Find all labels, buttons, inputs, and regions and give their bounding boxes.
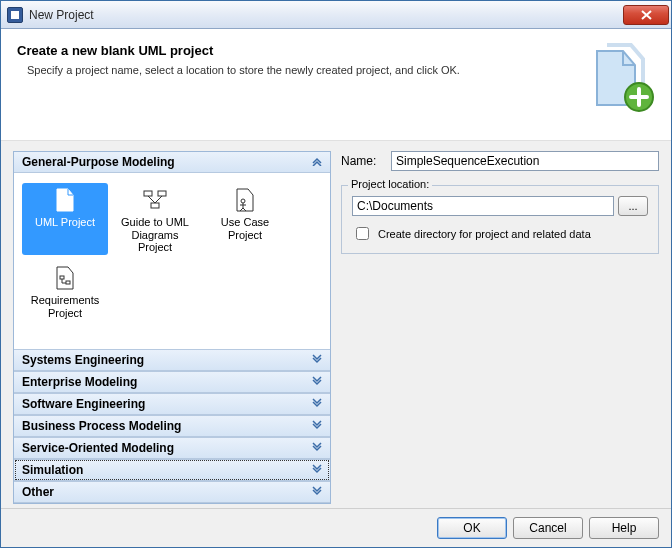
window-title: New Project xyxy=(29,8,623,22)
category-label: Business Process Modeling xyxy=(22,419,181,433)
header-graphic xyxy=(579,37,659,117)
chevron-down-icon xyxy=(312,464,322,476)
usecase-icon xyxy=(229,187,261,213)
tile-label: Guide to UML Diagrams Project xyxy=(114,216,196,254)
category-business-process[interactable]: Business Process Modeling xyxy=(14,415,330,437)
location-input[interactable] xyxy=(352,196,614,216)
tile-uml-project[interactable]: UML Project xyxy=(22,183,108,255)
chevron-up-icon xyxy=(312,156,322,168)
dialog-window: New Project Create a new blank UML proje… xyxy=(0,0,672,548)
category-label: Software Engineering xyxy=(22,397,145,411)
chevron-down-icon xyxy=(312,420,322,432)
diagram-icon xyxy=(139,187,171,213)
category-label: Other xyxy=(22,485,54,499)
browse-button[interactable]: ... xyxy=(618,196,648,216)
header-description: Specify a project name, select a locatio… xyxy=(17,64,655,76)
close-button[interactable] xyxy=(623,5,669,25)
cancel-button[interactable]: Cancel xyxy=(513,517,583,539)
app-icon xyxy=(7,7,23,23)
form-panel: Name: Project location: ... Create direc… xyxy=(341,151,659,504)
svg-rect-3 xyxy=(151,203,159,208)
category-other[interactable]: Other xyxy=(14,481,330,503)
name-row: Name: xyxy=(341,151,659,171)
create-dir-label: Create directory for project and related… xyxy=(378,228,591,240)
title-bar: New Project xyxy=(1,1,671,29)
category-simulation[interactable]: Simulation xyxy=(14,459,330,481)
category-label: Simulation xyxy=(22,463,83,477)
button-label: Help xyxy=(612,521,637,535)
category-label: Service-Oriented Modeling xyxy=(22,441,174,455)
tile-label: Use Case Project xyxy=(204,216,286,241)
create-dir-row[interactable]: Create directory for project and related… xyxy=(352,224,648,243)
requirements-icon xyxy=(49,265,81,291)
tile-guide-uml[interactable]: Guide to UML Diagrams Project xyxy=(112,183,198,255)
category-body-general: UML Project Guide to UML Diagrams Projec… xyxy=(14,173,330,349)
chevron-down-icon xyxy=(312,486,322,498)
chevron-down-icon xyxy=(312,442,322,454)
svg-point-4 xyxy=(241,199,245,203)
tile-label: Requirements Project xyxy=(24,294,106,319)
chevron-down-icon xyxy=(312,376,322,388)
browse-label: ... xyxy=(628,200,637,212)
chevron-down-icon xyxy=(312,354,322,366)
svg-rect-5 xyxy=(60,276,64,279)
category-enterprise-modeling[interactable]: Enterprise Modeling xyxy=(14,371,330,393)
category-label: Enterprise Modeling xyxy=(22,375,137,389)
create-dir-checkbox[interactable] xyxy=(356,227,369,240)
category-label: General-Purpose Modeling xyxy=(22,155,175,169)
tile-use-case[interactable]: Use Case Project xyxy=(202,183,288,255)
location-group: Project location: ... Create directory f… xyxy=(341,185,659,254)
button-label: OK xyxy=(463,521,480,535)
name-input[interactable] xyxy=(391,151,659,171)
tile-label: UML Project xyxy=(35,216,95,229)
category-software-engineering[interactable]: Software Engineering xyxy=(14,393,330,415)
category-panel: General-Purpose Modeling UML Project xyxy=(13,151,331,504)
tile-requirements[interactable]: Requirements Project xyxy=(22,261,108,333)
document-icon xyxy=(49,187,81,213)
dialog-footer: OK Cancel Help xyxy=(1,508,671,547)
category-label: Systems Engineering xyxy=(22,353,144,367)
close-icon xyxy=(641,10,652,20)
svg-rect-2 xyxy=(158,191,166,196)
chevron-down-icon xyxy=(312,398,322,410)
header-title: Create a new blank UML project xyxy=(17,43,655,58)
location-legend: Project location: xyxy=(348,178,432,190)
help-button[interactable]: Help xyxy=(589,517,659,539)
category-service-oriented[interactable]: Service-Oriented Modeling xyxy=(14,437,330,459)
category-general-purpose[interactable]: General-Purpose Modeling xyxy=(14,152,330,173)
ok-button[interactable]: OK xyxy=(437,517,507,539)
dialog-header: Create a new blank UML project Specify a… xyxy=(1,29,671,141)
category-systems-engineering[interactable]: Systems Engineering xyxy=(14,349,330,371)
dialog-body: General-Purpose Modeling UML Project xyxy=(1,141,671,508)
svg-rect-1 xyxy=(144,191,152,196)
svg-rect-6 xyxy=(66,281,70,284)
name-label: Name: xyxy=(341,154,385,168)
button-label: Cancel xyxy=(529,521,566,535)
